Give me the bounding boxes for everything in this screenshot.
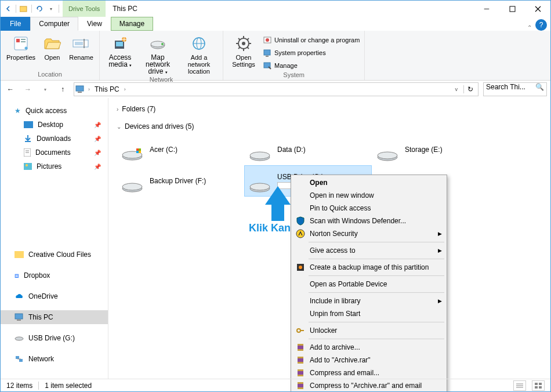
close-button[interactable] <box>525 1 550 17</box>
drive-item-storage-e[interactable]: Storage (E:) <box>372 134 499 165</box>
refresh-icon[interactable]: ↻ <box>463 85 477 93</box>
minimize-button[interactable]: ─ <box>474 1 499 17</box>
drive-item-acer-c[interactable]: Acer (C:) <box>117 134 244 165</box>
menu-give-access[interactable]: Give access to▶ <box>292 244 445 257</box>
breadcrumb-chevron-icon[interactable]: › <box>124 86 126 92</box>
tab-manage[interactable]: Manage <box>111 17 153 31</box>
sidebar-item-dropbox[interactable]: ⧈Dropbox <box>1 268 108 282</box>
section-devices[interactable]: ⌄Devices and drives (5) <box>117 122 542 130</box>
svg-rect-1 <box>510 6 515 12</box>
settings-gear-icon <box>234 34 253 53</box>
svg-point-41 <box>26 164 28 166</box>
sidebar-item-network[interactable]: Network <box>1 352 108 366</box>
nav-up-button[interactable]: ↑ <box>56 83 69 96</box>
sidebar-item-desktop[interactable]: Desktop📌 <box>1 118 108 132</box>
submenu-arrow-icon: ▶ <box>438 248 442 253</box>
menu-compress-email[interactable]: Compress and email... <box>292 366 445 379</box>
address-dropdown-icon[interactable]: v <box>453 86 461 92</box>
qat-back-icon[interactable] <box>4 5 12 13</box>
menu-unlocker[interactable]: Unlocker <box>292 324 445 337</box>
sidebar-item-documents[interactable]: Documents📌 <box>1 146 108 159</box>
tab-file[interactable]: File <box>1 17 30 31</box>
norton-icon <box>296 229 305 238</box>
menu-add-rar[interactable]: Add to "Archive.rar" <box>292 354 445 366</box>
ribbon-tabs: File Computer View Manage ⌃ ? <box>1 17 550 31</box>
search-input[interactable]: Search Thi... 🔍 <box>483 82 547 96</box>
view-tiles-button[interactable] <box>532 380 545 391</box>
drive-item-data-d[interactable]: Data (D:) <box>244 134 372 165</box>
pin-icon: 📌 <box>94 136 101 142</box>
view-details-button[interactable] <box>513 380 526 391</box>
cloud-folder-icon <box>14 251 24 258</box>
manage-button[interactable]: Manage <box>263 60 360 71</box>
menu-backup-image[interactable]: Create a backup image of this partition <box>292 261 445 274</box>
uninstall-button[interactable]: Uninstall or change a program <box>263 34 360 46</box>
menu-norton[interactable]: Norton Security▶ <box>292 227 445 240</box>
rename-button[interactable]: Rename <box>68 32 95 61</box>
sidebar-item-this-pc[interactable]: This PC <box>1 310 108 324</box>
svg-rect-76 <box>298 369 303 371</box>
menu-open[interactable]: Open <box>292 176 445 189</box>
drive-item-backup-f[interactable]: Backup Driver (F:) <box>117 165 244 197</box>
nav-back-button[interactable]: ← <box>4 83 17 96</box>
sidebar-item-creative-cloud[interactable]: Creative Cloud Files <box>1 248 108 262</box>
svg-point-61 <box>122 183 142 190</box>
qat-new-folder-icon[interactable] <box>20 5 28 13</box>
menu-open-new-window[interactable]: Open in new window <box>292 189 445 202</box>
svg-rect-7 <box>75 42 83 45</box>
svg-rect-34 <box>78 92 82 93</box>
drive-hdd-icon <box>121 138 144 161</box>
svg-point-14 <box>161 43 164 45</box>
svg-rect-68 <box>300 330 304 331</box>
help-icon[interactable]: ? <box>535 19 547 31</box>
menu-add-archive[interactable]: Add to archive... <box>292 341 445 354</box>
dropbox-icon: ⧈ <box>14 271 19 280</box>
onedrive-icon <box>14 293 24 299</box>
svg-rect-0 <box>20 6 27 12</box>
breadcrumb-thispc[interactable]: This PC <box>93 85 121 93</box>
svg-rect-4 <box>21 39 26 40</box>
add-network-location-button[interactable]: Add a network location <box>180 32 218 75</box>
nav-history-dropdown[interactable]: ▾ <box>39 83 52 96</box>
shield-icon <box>296 216 305 226</box>
window-title: This PC <box>113 5 137 13</box>
tab-view[interactable]: View <box>78 17 111 31</box>
qat-dropdown-icon[interactable]: ▾ <box>47 5 55 13</box>
chevron-down-icon: ⌄ <box>117 124 121 130</box>
svg-rect-31 <box>266 56 269 57</box>
sidebar-item-downloads[interactable]: Downloads📌 <box>1 132 108 146</box>
menu-unpin-start[interactable]: Unpin from Start <box>292 307 445 320</box>
svg-rect-84 <box>535 383 538 385</box>
address-bar[interactable]: › This PC › v ↻ <box>74 82 478 96</box>
tab-computer[interactable]: Computer <box>30 17 78 31</box>
open-folder-icon <box>43 34 61 53</box>
menu-portable-device[interactable]: Open as Portable Device <box>292 278 445 291</box>
qat-undo-icon[interactable] <box>35 5 44 13</box>
sidebar-item-quick-access[interactable]: ★Quick access <box>1 104 108 118</box>
maximize-button[interactable] <box>499 1 525 17</box>
properties-button[interactable]: Properties <box>5 32 37 61</box>
context-menu: Open Open in new window Pin to Quick acc… <box>291 175 447 392</box>
thispc-icon <box>75 85 85 94</box>
open-button[interactable]: Open <box>40 32 64 61</box>
breadcrumb-chevron-icon[interactable]: › <box>88 86 90 92</box>
title-bar: ▾ Drive Tools This PC ─ <box>1 1 550 17</box>
status-bar: 12 items 1 item selected <box>1 379 550 391</box>
svg-rect-74 <box>298 362 303 364</box>
menu-include-library[interactable]: Include in library▶ <box>292 295 445 307</box>
chevron-right-icon: › <box>117 106 118 112</box>
nav-forward-button[interactable]: → <box>21 83 34 96</box>
sidebar-item-usb-drive[interactable]: USB Drive (G:) <box>1 331 108 345</box>
menu-defender-scan[interactable]: Scan with Windows Defender... <box>292 215 445 227</box>
svg-rect-3 <box>16 39 20 42</box>
ribbon-collapse-icon[interactable]: ⌃ <box>527 24 532 31</box>
sidebar-item-onedrive[interactable]: OneDrive <box>1 289 108 303</box>
menu-pin-quick-access[interactable]: Pin to Quick access <box>292 202 445 215</box>
sidebar-item-pictures[interactable]: Pictures📌 <box>1 159 108 173</box>
map-network-drive-button[interactable]: Map network drive ▾ <box>139 32 176 76</box>
open-settings-button[interactable]: Open Settings <box>228 32 259 68</box>
unlocker-icon <box>296 326 305 335</box>
system-properties-button[interactable]: System properties <box>263 47 360 59</box>
access-media-button[interactable]: Access media ▾ <box>104 32 136 69</box>
section-folders[interactable]: ›Folders (7) <box>117 105 542 113</box>
